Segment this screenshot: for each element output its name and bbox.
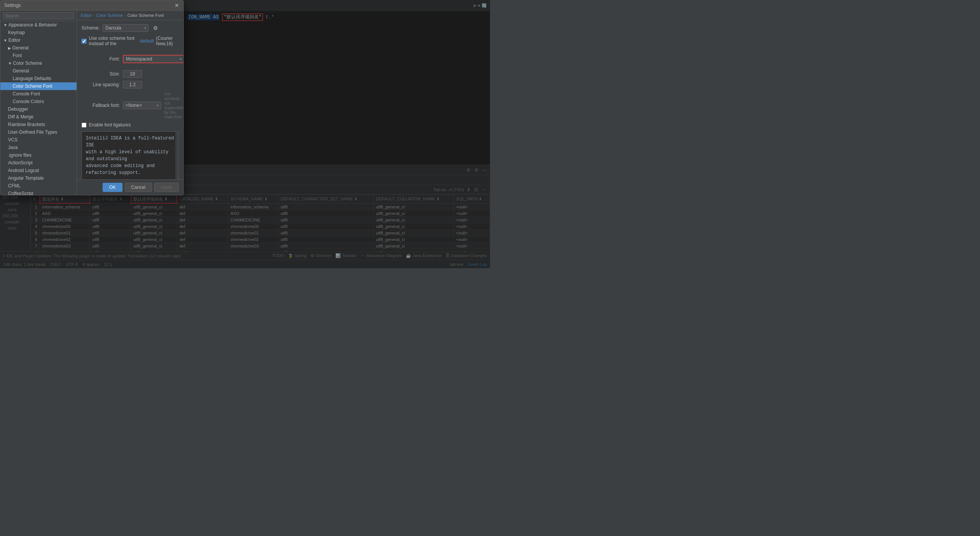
sidebar-item-angular-template[interactable]: Angular Template <box>0 174 77 182</box>
sidebar-item-editor[interactable]: ▼Editor <box>0 36 77 44</box>
sidebar-item-user-file-types[interactable]: User-Defined File Types <box>0 128 77 136</box>
settings-dialog: Settings ✕ ▼Appearance & Behavior Keymap <box>0 0 184 195</box>
ligatures-checkbox[interactable] <box>82 123 87 128</box>
sidebar-item-coffee-script[interactable]: CoffeeScript <box>0 190 77 195</box>
sidebar-item-cfml[interactable]: CFML <box>0 182 77 190</box>
sidebar-item-diff-merge[interactable]: Diff & Merge <box>0 113 77 121</box>
use-color-scheme-checkbox[interactable] <box>82 39 87 44</box>
size-row: Size: <box>82 70 179 78</box>
sidebar-item-java[interactable]: Java <box>0 144 77 151</box>
size-label: Size: <box>82 71 120 77</box>
sidebar-item-debugger[interactable]: Debugger <box>0 105 77 113</box>
font-select-wrapper: Monospaced <box>123 55 183 63</box>
use-color-scheme-row: Use color scheme font instead of the def… <box>82 36 179 46</box>
sidebar-item-action-script[interactable]: ActionScript <box>0 159 77 167</box>
sidebar-item-ignore-files[interactable]: .ignore files <box>0 151 77 159</box>
ide-container: DataTransApplication ▶ ■ 🔄 ION_NAME AS "… <box>0 0 490 268</box>
dialog-body: ▼Appearance & Behavior Keymap ▼Editor ▶G… <box>0 11 183 195</box>
search-input[interactable] <box>3 12 74 19</box>
sidebar-item-font[interactable]: Font <box>0 52 77 59</box>
close-button[interactable]: ✕ <box>174 3 180 8</box>
sidebar-item-color-scheme-general[interactable]: General <box>0 67 77 75</box>
dialog-title: Settings <box>4 3 21 8</box>
fallback-hint: For symbols not supported by the main fo… <box>164 92 183 119</box>
cancel-button[interactable]: Cancel <box>125 183 152 192</box>
size-input[interactable] <box>123 70 142 78</box>
ligatures-row: Enable font ligatures <box>82 122 179 128</box>
fallback-select[interactable]: <None> <box>123 102 161 109</box>
use-color-scheme-label: Use color scheme font instead of the <box>89 36 138 46</box>
sidebar-item-color-scheme-font[interactable]: Color Scheme Font <box>0 82 77 90</box>
font-label: Font: <box>82 56 120 62</box>
fallback-row: Fallback font: <None> For symbols not su… <box>82 92 179 119</box>
preview-line-1: IntelliJ IDEA is a full-featured IDE <box>86 135 175 149</box>
dialog-overlay: Settings ✕ ▼Appearance & Behavior Keymap <box>0 0 490 268</box>
ok-button[interactable]: OK <box>103 183 122 192</box>
fallback-select-wrapper: <None> <box>123 102 161 109</box>
sidebar-item-keymap[interactable]: Keymap <box>0 29 77 36</box>
sidebar-item-android-logcat[interactable]: Android Logcat <box>0 167 77 174</box>
fallback-label: Fallback font: <box>82 103 120 108</box>
font-select[interactable]: Monospaced <box>123 55 183 63</box>
sidebar-search-area <box>0 11 77 21</box>
sidebar-item-language-defaults[interactable]: Language Defaults <box>0 75 77 82</box>
scheme-row: Scheme: Darcula ⚙ <box>82 24 179 32</box>
sidebar-item-general[interactable]: ▶General <box>0 44 77 52</box>
scheme-select-wrapper: Darcula <box>103 24 149 32</box>
breadcrumb-color-scheme[interactable]: Color Scheme <box>96 13 123 18</box>
content-form: Scheme: Darcula ⚙ Use color scheme <box>77 20 183 179</box>
settings-sidebar: ▼Appearance & Behavior Keymap ▼Editor ▶G… <box>0 11 77 195</box>
sidebar-item-console-colors[interactable]: Console Colors <box>0 98 77 105</box>
preview-scrollbar[interactable] <box>175 132 178 179</box>
preview-line-4 <box>86 176 175 179</box>
sidebar-item-color-scheme[interactable]: ▼Color Scheme <box>0 59 77 67</box>
preview-line-2: with a high level of usability and outst… <box>86 149 175 162</box>
default-font-value: (Courier New,18) <box>156 36 179 46</box>
dialog-titlebar: Settings ✕ <box>0 0 183 11</box>
settings-content: Editor › Color Scheme › Color Scheme Fon… <box>77 11 183 195</box>
sidebar-item-console-font[interactable]: Console Font <box>0 90 77 98</box>
line-spacing-row: Line spacing: <box>82 81 179 89</box>
sidebar-item-rainbow-brackets[interactable]: Rainbow Brackets <box>0 121 77 128</box>
font-preview: IntelliJ IDEA is a full-featured IDE wit… <box>82 131 179 179</box>
line-spacing-input[interactable] <box>123 81 142 89</box>
breadcrumb-editor[interactable]: Editor <box>81 13 92 18</box>
dialog-buttons: OK Cancel Apply <box>77 179 183 195</box>
sidebar-item-appearance[interactable]: ▼Appearance & Behavior <box>0 21 77 29</box>
sidebar-item-vcs[interactable]: VCS <box>0 136 77 144</box>
breadcrumb: Editor › Color Scheme › Color Scheme Fon… <box>77 11 183 20</box>
ligatures-label: Enable font ligatures <box>89 122 131 128</box>
apply-button[interactable]: Apply <box>154 183 179 192</box>
scheme-select[interactable]: Darcula <box>103 24 149 32</box>
breadcrumb-current: Color Scheme Font <box>127 13 164 18</box>
line-spacing-label: Line spacing: <box>82 82 120 87</box>
default-font-link[interactable]: default <box>140 38 154 44</box>
scheme-gear-button[interactable]: ⚙ <box>152 24 160 32</box>
preview-line-3: advanced code editing and refactoring su… <box>86 162 175 176</box>
scheme-label: Scheme: <box>82 25 100 31</box>
font-row: Font: Monospaced Show only monospaced fo… <box>82 51 179 67</box>
